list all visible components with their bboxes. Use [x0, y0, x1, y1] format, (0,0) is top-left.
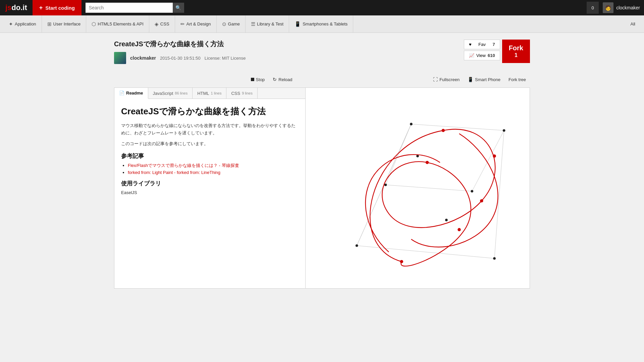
fav-count: 7 — [492, 42, 495, 47]
readme-desc1: マウス移動でなめらかな線にならないのを改善する方法です。挙動をわかりやすくするた… — [121, 122, 299, 137]
preview-toolbar: Stop ↻ Reload ⛶ Fullscreen 📱 Smart Phone… — [114, 73, 530, 85]
cat-html5[interactable]: ⬡ HTML5 Elements & API — [86, 15, 149, 33]
project-meta: clockmaker 2015-01-30 19:51:50 License: … — [114, 52, 246, 64]
main-content: CreateJSで滑らかな曲線を描く方法 clockmaker 2015-01-… — [107, 33, 537, 295]
reload-button[interactable]: ↻ Reload — [269, 75, 296, 83]
readme-tab-label: Readme — [126, 90, 143, 96]
cat-ui[interactable]: ⊞ User Interface — [42, 15, 87, 33]
fork-button[interactable]: Fork 1 — [502, 40, 530, 63]
cat-smartphones-label: Smartphones & Tablets — [303, 21, 347, 26]
username-label: clockmaker — [616, 5, 640, 10]
svg-point-11 — [493, 257, 496, 260]
logo[interactable]: jsdo.it — [0, 3, 33, 12]
application-icon: ✦ — [9, 21, 13, 27]
svg-line-3 — [357, 246, 494, 258]
cat-css-label: CSS — [160, 21, 169, 26]
fav-view-group: ♥ Fav 7 📈 View 610 — [464, 40, 500, 63]
avatar: 🧑 — [603, 2, 613, 13]
logo-js: js — [5, 3, 11, 12]
ref-link-2-anchor[interactable]: forked from: Light Paint - forked from: … — [128, 170, 220, 175]
smartphone-icon: 📱 — [468, 77, 473, 82]
stop-button[interactable]: Stop — [247, 76, 269, 83]
ui-icon: ⊞ — [47, 21, 52, 27]
ref-link-1[interactable]: Flex/Flashでマウスで滑らかな線を描くには？ - 琴線探査 — [128, 163, 299, 169]
fullscreen-icon: ⛶ — [433, 77, 438, 82]
tab-readme[interactable]: 📄 Readme — [114, 88, 148, 99]
svg-point-18 — [400, 260, 404, 263]
cat-game-label: Game — [228, 21, 240, 26]
cat-all[interactable]: All — [625, 21, 641, 26]
cat-game[interactable]: ⊙ Game — [217, 15, 246, 33]
project-license: License: MIT License — [205, 56, 246, 61]
editor-tabs: 📄 Readme JavaScript 86 lines HTML 1 line… — [114, 88, 305, 99]
fork-count: 1 — [515, 52, 518, 58]
reload-icon: ↻ — [273, 77, 277, 82]
stop-icon — [251, 78, 254, 81]
start-coding-label: Start coding — [45, 5, 75, 11]
view-button[interactable]: 📈 View 610 — [464, 51, 500, 60]
category-navbar: ✦ Application ⊞ User Interface ⬡ HTML5 E… — [0, 15, 644, 33]
html-tab-label: HTML — [197, 91, 209, 96]
tab-javascript[interactable]: JavaScript 86 lines — [148, 88, 193, 99]
readme-title: CreateJSで滑らかな曲線を描く方法 — [121, 106, 299, 117]
reference-list: Flex/Flashでマウスで滑らかな線を描くには？ - 琴線探査 forked… — [121, 163, 299, 175]
artdesign-icon: ✏ — [180, 21, 185, 27]
svg-point-15 — [416, 155, 419, 158]
stop-label: Stop — [256, 77, 265, 82]
project-title: CreateJSで滑らかな曲線を描く方法 — [114, 40, 246, 49]
cat-artdesign[interactable]: ✏ Art & Design — [175, 15, 217, 33]
ref-link-2[interactable]: forked from: Light Paint - forked from: … — [128, 170, 299, 175]
tab-css[interactable]: CSS 9 lines — [226, 88, 258, 99]
fullscreen-button[interactable]: ⛶ Fullscreen — [429, 75, 464, 83]
fav-button[interactable]: ♥ Fav 7 — [464, 40, 500, 49]
smartphone-label: Smart Phone — [475, 77, 500, 82]
svg-line-4 — [386, 185, 472, 191]
readme-content: CreateJSで滑らかな曲線を描く方法 マウス移動でなめらかな線にならないのを… — [114, 99, 305, 288]
smartphones-icon: 📱 — [294, 21, 301, 27]
fav-label: Fav — [478, 42, 486, 47]
project-actions: ♥ Fav 7 📈 View 610 Fork 1 — [464, 40, 530, 63]
css-tab-label: CSS — [231, 91, 240, 96]
reload-label: Reload — [278, 77, 292, 82]
tab-html[interactable]: HTML 1 lines — [193, 88, 226, 99]
svg-point-9 — [410, 123, 413, 125]
view-label: View — [476, 53, 486, 58]
notification-badge[interactable]: 0 — [587, 2, 599, 14]
library-icon: ☰ — [251, 21, 255, 27]
editor-preview-container: 📄 Readme JavaScript 86 lines HTML 1 line… — [114, 87, 530, 289]
svg-point-20 — [493, 155, 496, 158]
user-area[interactable]: 🧑 clockmaker — [599, 2, 644, 13]
search-input[interactable] — [86, 3, 173, 13]
cat-css[interactable]: ◈ CSS — [149, 15, 175, 33]
view-chart-icon: 📈 — [469, 53, 474, 58]
cat-smartphones[interactable]: 📱 Smartphones & Tablets — [289, 15, 353, 33]
forktree-button[interactable]: Fork tree — [504, 76, 530, 83]
author-avatar — [114, 52, 126, 64]
smartphone-button[interactable]: 📱 Smart Phone — [464, 75, 504, 83]
cat-library-label: Library & Test — [257, 21, 283, 26]
cat-application-label: Application — [15, 21, 36, 26]
html-tab-count: 1 lines — [211, 91, 222, 95]
editor-panel: 📄 Readme JavaScript 86 lines HTML 1 line… — [114, 88, 306, 288]
readme-tab-icon: 📄 — [119, 90, 124, 96]
project-date: 2015-01-30 19:51:50 — [160, 56, 201, 61]
search-button[interactable]: 🔍 — [173, 3, 184, 13]
game-icon: ⊙ — [222, 21, 226, 27]
author-name[interactable]: clockmaker — [130, 55, 156, 61]
nav-right: 0 🧑 clockmaker — [587, 2, 644, 14]
html5-icon: ⬡ — [92, 21, 96, 27]
library-name: EaselJS — [121, 190, 299, 195]
cat-application[interactable]: ✦ Application — [3, 15, 42, 33]
readme-desc2: このコードは次の記事を参考にしています。 — [121, 140, 299, 147]
svg-point-8 — [356, 244, 358, 247]
view-count: 610 — [488, 53, 495, 58]
svg-point-10 — [503, 129, 505, 132]
search-area: 🔍 — [86, 3, 587, 13]
logo-doit: do.it — [11, 3, 27, 12]
start-coding-button[interactable]: + Start coding — [33, 0, 82, 15]
ref-link-1-anchor[interactable]: Flex/Flashでマウスで滑らかな線を描くには？ - 琴線探査 — [128, 163, 239, 168]
svg-point-13 — [471, 190, 473, 193]
cat-html5-label: HTML5 Elements & API — [98, 21, 144, 26]
fav-heart-icon: ♥ — [469, 42, 472, 47]
cat-library[interactable]: ☰ Library & Test — [246, 15, 289, 33]
